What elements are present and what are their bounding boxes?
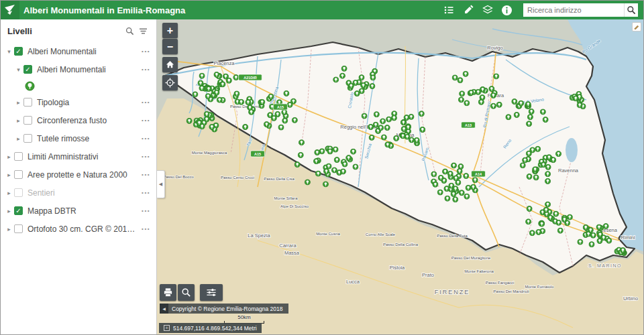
tree-marker[interactable] <box>373 122 378 127</box>
tree-marker[interactable] <box>248 109 254 115</box>
tree-marker[interactable] <box>353 80 358 85</box>
tree-marker[interactable] <box>292 117 297 123</box>
tree-marker[interactable] <box>385 142 390 147</box>
tree-marker[interactable] <box>414 137 419 143</box>
tree-marker[interactable] <box>342 161 347 167</box>
layer-checkbox[interactable] <box>14 152 23 161</box>
sidebar-collapse-button[interactable]: ◀ <box>157 170 165 198</box>
tree-marker[interactable] <box>438 175 443 180</box>
expand-arrow-icon[interactable]: ▾ <box>5 48 13 55</box>
tree-marker[interactable] <box>541 162 546 168</box>
tree-marker[interactable] <box>420 127 425 132</box>
tree-marker[interactable] <box>533 175 539 180</box>
tree-marker[interactable] <box>323 168 329 174</box>
tree-marker[interactable] <box>333 147 338 152</box>
layer-item[interactable]: ▸Tipologia••• <box>1 93 156 111</box>
tree-marker[interactable] <box>447 171 453 176</box>
tree-marker[interactable] <box>557 228 563 233</box>
tree-marker[interactable] <box>553 211 559 216</box>
layer-checkbox[interactable]: ✓ <box>14 206 23 215</box>
layer-menu-button[interactable]: ••• <box>139 208 156 214</box>
tree-marker[interactable] <box>470 184 476 190</box>
tree-marker[interactable] <box>331 168 337 173</box>
tree-marker[interactable] <box>242 124 248 129</box>
layer-item[interactable]: ▸Sentieri••• <box>1 184 156 202</box>
tree-marker[interactable] <box>463 71 468 76</box>
tree-marker[interactable] <box>459 190 464 196</box>
expand-arrow-icon[interactable]: ▸ <box>5 208 13 214</box>
tree-marker[interactable] <box>458 78 463 83</box>
expand-arrow-icon[interactable]: ▸ <box>14 117 23 124</box>
tree-marker[interactable] <box>209 124 215 129</box>
tree-marker[interactable] <box>381 135 386 140</box>
layer-item[interactable]: ▸✓Mappa DBTR••• <box>1 202 156 220</box>
tree-marker[interactable] <box>545 172 550 177</box>
tree-marker[interactable] <box>533 167 538 172</box>
tree-marker[interactable] <box>186 118 192 123</box>
tree-marker[interactable] <box>204 117 209 122</box>
legend-icon[interactable] <box>439 2 458 18</box>
tree-marker[interactable] <box>583 224 588 230</box>
tree-marker[interactable] <box>433 182 438 187</box>
layer-item[interactable]: ▸Limiti Amministrativi••• <box>1 147 156 165</box>
tree-marker[interactable] <box>333 77 339 82</box>
expand-arrow-icon[interactable]: ▾ <box>14 66 23 73</box>
filter-sliders-button[interactable] <box>200 284 223 301</box>
tree-marker[interactable] <box>573 96 578 101</box>
tree-marker[interactable] <box>378 125 383 131</box>
tree-marker[interactable] <box>452 75 458 80</box>
tree-marker[interactable] <box>520 163 525 168</box>
tree-marker[interactable] <box>464 194 470 199</box>
tree-marker[interactable] <box>601 235 606 241</box>
tree-marker[interactable] <box>313 158 319 163</box>
tree-marker[interactable] <box>464 100 470 106</box>
tree-marker[interactable] <box>620 247 625 253</box>
layer-checkbox[interactable]: ✓ <box>23 65 32 74</box>
tree-marker[interactable] <box>400 120 406 125</box>
tree-marker[interactable] <box>275 111 280 117</box>
tree-marker[interactable] <box>514 112 519 117</box>
layer-item[interactable]: ▸Tutele rimosse••• <box>1 129 156 147</box>
tree-marker[interactable] <box>536 229 541 234</box>
tree-marker[interactable] <box>490 103 496 109</box>
tree-marker[interactable] <box>529 109 534 114</box>
map-canvas[interactable]: RovigoFerraraPiacenzaReggio nell'EmiliaM… <box>157 19 644 335</box>
tree-marker[interactable] <box>323 182 328 187</box>
tree-marker[interactable] <box>526 151 531 156</box>
layer-item[interactable]: ▾✓Alberi Monumentali••• <box>1 42 156 60</box>
tree-marker[interactable] <box>409 114 414 119</box>
tree-marker[interactable] <box>334 157 339 162</box>
tree-marker[interactable] <box>589 242 594 247</box>
tree-marker[interactable] <box>340 169 345 174</box>
layer-menu-button[interactable]: ••• <box>139 117 156 123</box>
tree-marker[interactable] <box>494 74 499 79</box>
tree-marker[interactable] <box>315 149 320 155</box>
tree-marker[interactable] <box>384 125 390 130</box>
tree-marker[interactable] <box>199 73 205 78</box>
layer-checkbox[interactable] <box>23 98 32 107</box>
layer-checkbox[interactable] <box>14 224 23 233</box>
tree-marker[interactable] <box>217 97 222 103</box>
tree-marker[interactable] <box>472 178 478 183</box>
tree-marker[interactable] <box>546 155 551 160</box>
tree-marker[interactable] <box>460 91 465 96</box>
tree-marker[interactable] <box>606 238 612 243</box>
tree-marker[interactable] <box>567 214 572 220</box>
layer-filter-icon[interactable] <box>136 24 150 38</box>
layer-menu-button[interactable]: ••• <box>139 190 156 196</box>
tree-marker[interactable] <box>555 151 561 156</box>
expand-arrow-icon[interactable]: ▸ <box>14 135 23 142</box>
tree-marker[interactable] <box>527 174 532 179</box>
layer-menu-button[interactable]: ••• <box>139 66 156 72</box>
layer-checkbox[interactable] <box>23 134 32 143</box>
tree-marker[interactable] <box>299 140 304 145</box>
tree-marker[interactable] <box>214 90 219 95</box>
tree-marker[interactable] <box>360 82 366 88</box>
tree-marker[interactable] <box>489 86 494 91</box>
layer-menu-button[interactable]: ••• <box>139 172 156 178</box>
attribute-search-button[interactable] <box>178 284 195 301</box>
tree-marker[interactable] <box>370 83 375 88</box>
tree-marker[interactable] <box>380 119 385 124</box>
tree-marker[interactable] <box>260 99 265 105</box>
layer-menu-button[interactable]: ••• <box>139 226 156 232</box>
